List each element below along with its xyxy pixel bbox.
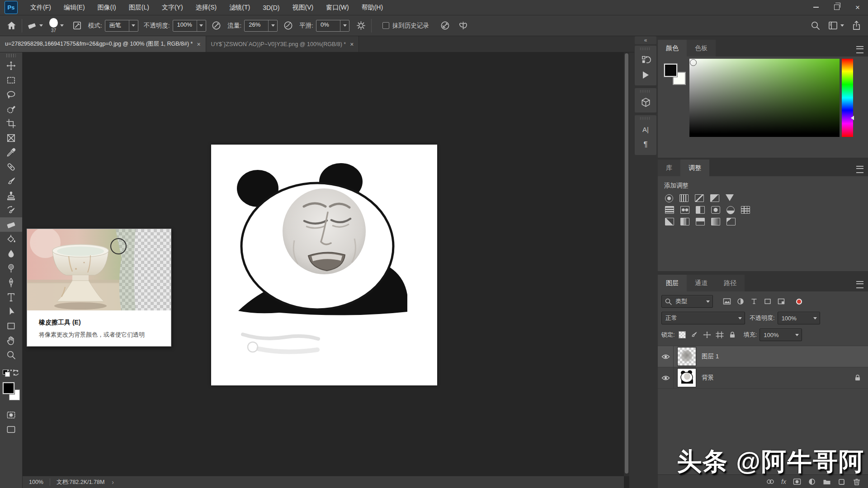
exposure-icon[interactable] [710,194,719,202]
expand-panels-button[interactable]: « [635,36,656,44]
add-mask-icon[interactable] [793,478,801,485]
lock-transparency-icon[interactable] [679,331,686,338]
pen-tool[interactable] [0,275,22,290]
3d-panel-button[interactable] [635,94,656,110]
filter-toggle-switch[interactable] [796,299,802,305]
saturation-brightness-field[interactable] [689,59,840,137]
menu-window[interactable]: 窗口(W) [320,0,355,15]
layer-thumbnail[interactable] [677,347,696,366]
menu-type[interactable]: 文字(Y) [156,0,189,15]
menu-filter[interactable]: 滤镜(T) [223,0,256,15]
hue-slider[interactable] [842,59,853,137]
filter-adjustment-layers-icon[interactable] [736,298,745,305]
tab-channels[interactable]: 通道 [687,275,716,291]
move-tool[interactable] [0,58,22,73]
dropdown-button[interactable] [340,20,349,31]
dodge-tool[interactable] [0,261,22,275]
crop-tool[interactable] [0,116,22,131]
dropdown-button[interactable] [197,20,206,31]
layer-effects-icon[interactable]: fx [781,478,786,485]
menu-edit[interactable]: 编辑(E) [57,0,91,15]
black-white-icon[interactable] [696,206,705,214]
opacity-field[interactable]: 100% [173,20,206,32]
new-group-icon[interactable] [823,478,831,485]
curves-icon[interactable] [695,194,704,202]
gradient-map-icon[interactable] [711,218,720,225]
lasso-tool[interactable] [0,87,22,102]
eyedropper-tool[interactable] [0,145,22,160]
tool-preset-picker[interactable] [27,20,43,31]
color-cursor[interactable] [690,59,697,66]
close-tab-icon[interactable]: × [350,41,354,48]
filter-type-select[interactable]: 类型 [661,295,713,308]
filter-shape-layers-icon[interactable] [764,298,772,305]
document-tab-1[interactable]: u=2782958298,1669417575&fm=26&gp=0.jpg @… [0,36,206,52]
workspace-switcher[interactable] [828,20,844,31]
smoothing-options-button[interactable] [355,20,367,32]
foreground-color-swatch[interactable] [3,382,14,394]
paragraph-panel-button[interactable]: ¶ [635,137,656,152]
pressure-opacity-toggle[interactable] [211,20,222,32]
brightness-contrast-icon[interactable] [665,194,673,202]
new-adjustment-layer-icon[interactable] [808,478,816,485]
mode-select[interactable]: 画笔 [105,20,138,32]
erase-to-history-checkbox[interactable] [382,22,389,29]
paint-bucket-tool[interactable] [0,232,22,246]
share-icon[interactable] [851,20,862,31]
channel-mixer-icon[interactable] [726,206,735,214]
layer-opacity-field[interactable]: 100% [778,312,820,324]
lock-pixels-icon[interactable] [690,331,698,338]
color-balance-icon[interactable] [680,206,689,214]
toggle-brush-panel-button[interactable] [71,20,83,32]
canvas-area[interactable]: 橡皮擦工具 (E) 将像素更改为背景颜色，或者使它们透明 100% 文档:782… [23,52,629,488]
clone-stamp-tool[interactable] [0,188,22,203]
menu-image[interactable]: 图像(I) [91,0,123,15]
new-layer-icon[interactable] [838,478,846,485]
actions-panel-button[interactable] [635,67,656,83]
dock-grip[interactable] [640,47,651,50]
lock-artboard-icon[interactable] [716,331,724,338]
blend-mode-select[interactable]: 正常 [661,312,745,324]
dock-grip[interactable] [640,117,651,120]
eraser-tool[interactable] [0,217,22,232]
selective-color-icon[interactable] [726,218,736,225]
tab-libraries[interactable]: 库 [658,160,680,176]
brush-tool[interactable] [0,174,22,188]
pressure-size-toggle[interactable] [439,20,451,32]
tab-layers[interactable]: 图层 [658,275,687,291]
layer-row-background[interactable]: 背景 [658,367,868,389]
minimize-button[interactable] [806,0,826,14]
spot-healing-brush-tool[interactable] [0,160,22,174]
panel-menu-icon[interactable] [856,166,863,173]
home-button[interactable] [5,20,17,32]
document-image[interactable] [211,145,437,385]
vibrance-icon[interactable] [726,194,734,201]
dropdown-button[interactable] [268,20,277,31]
lock-all-icon[interactable] [728,331,736,338]
panel-menu-icon[interactable] [856,46,863,53]
quick-mask-button[interactable] [0,408,22,422]
toolbar-grip[interactable] [6,54,16,57]
swap-colors-icon[interactable] [12,369,20,377]
quick-selection-tool[interactable] [0,102,22,116]
filter-pixel-layers-icon[interactable] [723,298,731,305]
restore-button[interactable] [826,0,847,14]
invert-icon[interactable] [665,218,674,225]
dock-grip[interactable] [640,90,651,93]
scrollbar-thumb[interactable] [625,53,628,474]
visibility-cell[interactable] [658,346,674,367]
brush-preset-picker[interactable]: 37 [49,18,58,33]
path-selection-tool[interactable] [0,304,22,319]
photo-filter-icon[interactable] [711,206,720,214]
character-panel-button[interactable]: A| [635,122,656,137]
zoom-level-field[interactable]: 100% [29,479,43,485]
layer-row-layer1[interactable]: 图层 1 [658,346,868,367]
tab-paths[interactable]: 路径 [716,275,745,291]
chevron-down-icon[interactable] [60,24,64,27]
type-tool[interactable] [0,290,22,304]
dropdown-button[interactable] [129,20,138,31]
tab-swatches[interactable]: 色板 [687,40,716,56]
hand-tool[interactable] [0,333,22,347]
airbrush-toggle[interactable] [282,20,294,32]
close-tab-icon[interactable]: × [197,41,200,48]
